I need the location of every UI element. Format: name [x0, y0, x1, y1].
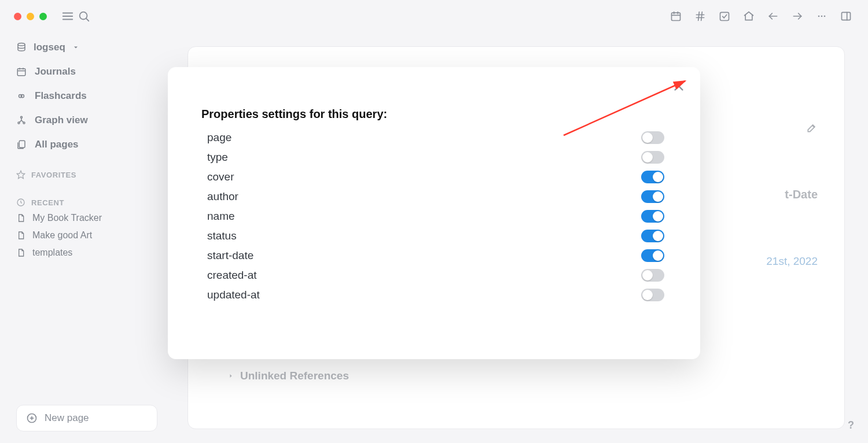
unlinked-references-label: Unlinked References — [240, 370, 349, 382]
sidebar-item-graph-view[interactable]: Graph view — [16, 115, 157, 126]
window-close-dot[interactable] — [14, 13, 21, 20]
chevron-right-icon — [227, 372, 234, 379]
property-name: start-date — [207, 249, 253, 262]
window-zoom-dot[interactable] — [39, 13, 47, 20]
property-toggle-page[interactable] — [641, 131, 664, 144]
database-icon — [16, 42, 27, 53]
more-icon[interactable] — [814, 8, 830, 24]
sidebar-item-all-pages[interactable]: All pages — [16, 139, 157, 150]
page-icon — [16, 213, 25, 223]
checkbox-icon[interactable] — [716, 8, 733, 24]
svg-point-28 — [21, 116, 23, 118]
property-name: cover — [207, 171, 234, 183]
window-minimize-dot[interactable] — [27, 13, 34, 20]
recent-item-label: My Book Tracker — [32, 213, 102, 223]
property-name: author — [207, 190, 238, 203]
plus-circle-icon — [26, 412, 38, 424]
property-toggle-status[interactable] — [641, 230, 664, 242]
section-label-text: RECENT — [31, 198, 64, 207]
graph-icon — [16, 115, 27, 125]
property-name: status — [207, 230, 237, 242]
svg-point-17 — [821, 16, 823, 17]
property-row-created-at: created-at — [201, 265, 667, 285]
page-icon — [16, 248, 25, 257]
property-row-type: type — [201, 147, 667, 167]
property-row-author: author — [201, 187, 667, 206]
sidebar-item-label: Journals — [35, 66, 76, 77]
sidebar-item-label: Graph view — [35, 115, 88, 126]
svg-point-18 — [824, 16, 826, 17]
property-toggle-name[interactable] — [641, 210, 664, 223]
graph-selector[interactable]: logseq — [16, 42, 157, 53]
property-name: updated-at — [207, 289, 260, 301]
svg-rect-19 — [842, 12, 851, 20]
sidebar: logseq Journals Flashcards Graph view Al… — [0, 32, 174, 443]
close-icon — [672, 80, 685, 93]
property-name: created-at — [207, 269, 257, 282]
nav-forward-icon[interactable] — [789, 8, 806, 24]
sidebar-item-journals[interactable]: Journals — [16, 66, 157, 77]
svg-point-16 — [818, 16, 820, 17]
titlebar — [0, 0, 868, 32]
new-page-button[interactable]: New page — [16, 405, 157, 431]
app-root: logseq Journals Flashcards Graph view Al… — [0, 0, 868, 443]
hash-icon[interactable] — [692, 8, 708, 24]
help-button[interactable]: ? — [848, 419, 854, 431]
svg-rect-5 — [672, 13, 681, 20]
property-toggle-created-at[interactable] — [641, 269, 664, 282]
chevron-down-icon — [72, 44, 79, 51]
right-sidebar-toggle-icon[interactable] — [838, 8, 854, 24]
property-toggle-updated-at[interactable] — [641, 289, 664, 301]
property-toggle-start-date[interactable] — [641, 249, 664, 262]
star-icon — [16, 170, 25, 179]
property-row-updated-at: updated-at — [201, 285, 667, 305]
sidebar-item-flashcards[interactable]: Flashcards — [16, 90, 157, 102]
property-row-cover: cover — [201, 167, 667, 187]
search-button[interactable] — [76, 8, 92, 24]
property-toggle-author[interactable] — [641, 190, 664, 203]
pencil-icon[interactable] — [806, 122, 818, 134]
svg-line-4 — [86, 19, 89, 21]
close-button[interactable] — [672, 80, 685, 93]
sidebar-item-label: Flashcards — [35, 90, 87, 102]
table-column-header-fragment: t-Date — [785, 188, 818, 201]
section-label-text: FAVORITES — [31, 171, 76, 179]
property-toggle-type[interactable] — [641, 151, 664, 164]
property-toggle-list: pagetypecoverauthornamestatusstart-datec… — [201, 128, 667, 305]
calendar-icon[interactable] — [668, 8, 684, 24]
infinity-icon — [16, 91, 27, 101]
table-date-fragment: 21st, 2022 — [766, 255, 818, 268]
recent-item[interactable]: templates — [16, 248, 157, 258]
recent-item[interactable]: Make good Art — [16, 230, 157, 241]
unlinked-references-toggle[interactable]: Unlinked References — [227, 370, 349, 382]
page-icon — [16, 231, 25, 240]
new-page-label: New page — [45, 412, 89, 424]
calendar-icon — [16, 67, 27, 77]
property-name: type — [207, 151, 228, 164]
nav-back-icon[interactable] — [765, 8, 781, 24]
graph-name: logseq — [34, 42, 65, 53]
favorites-heading[interactable]: FAVORITES — [16, 170, 157, 179]
property-name: name — [207, 210, 235, 223]
recent-item-label: Make good Art — [32, 230, 92, 241]
property-row-status: status — [201, 226, 667, 246]
home-icon[interactable] — [741, 8, 757, 24]
recent-item-label: templates — [32, 248, 72, 258]
sidebar-toggle-button[interactable] — [60, 8, 76, 24]
svg-line-12 — [701, 12, 703, 21]
svg-rect-13 — [720, 12, 729, 20]
property-row-page: page — [201, 128, 667, 147]
recent-heading[interactable]: RECENT — [16, 198, 157, 207]
svg-point-21 — [18, 43, 25, 46]
recent-item[interactable]: My Book Tracker — [16, 213, 157, 223]
svg-line-11 — [698, 12, 700, 21]
svg-rect-22 — [17, 69, 25, 76]
sidebar-item-label: All pages — [35, 139, 79, 150]
svg-marker-30 — [17, 171, 24, 178]
window-controls — [14, 13, 47, 20]
property-row-start-date: start-date — [201, 246, 667, 265]
properties-settings-modal: Properties settings for this query: page… — [168, 67, 700, 359]
property-toggle-cover[interactable] — [641, 171, 664, 183]
titlebar-actions-right — [668, 8, 854, 24]
recent-list: My Book TrackerMake good Arttemplates — [16, 213, 157, 265]
